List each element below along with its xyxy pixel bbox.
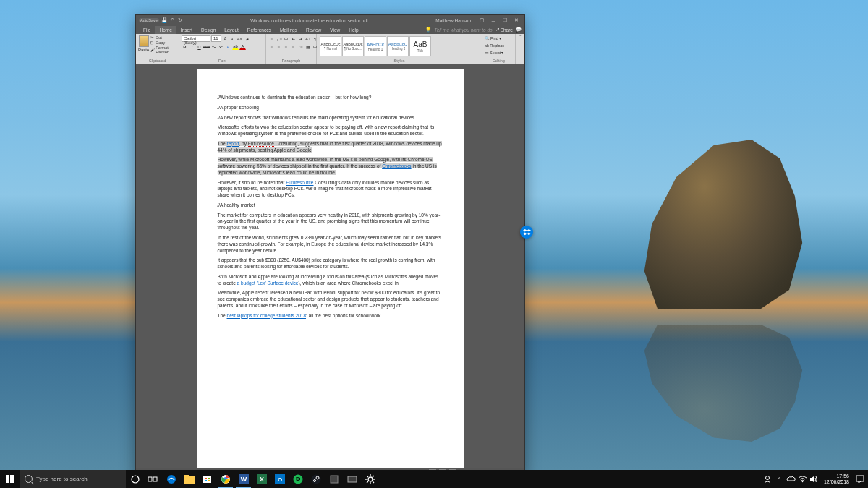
document-area[interactable]: //Windows continues to dominate the educ… — [136, 64, 524, 468]
multilevel-icon[interactable]: ⊟ — [283, 35, 289, 42]
hyperlink[interactable]: report — [227, 141, 239, 146]
format-painter-button[interactable]: 🖌Format Painter — [150, 46, 176, 54]
align-center-icon[interactable]: ≡ — [276, 43, 282, 50]
spellcheck-error[interactable]: Futuresouce — [248, 141, 274, 147]
paragraph[interactable]: In the rest of the world, shipments grew… — [218, 235, 443, 254]
font-color-icon[interactable]: A — [239, 43, 246, 50]
word-icon[interactable]: W — [234, 470, 252, 488]
style-option[interactable]: AaBbCcDc¶ Normal — [320, 36, 341, 56]
sort-icon[interactable]: A↓ — [305, 35, 311, 42]
bold-button[interactable]: B — [182, 43, 188, 50]
line-spacing-icon[interactable]: ↕≡ — [297, 43, 304, 50]
tab-insert[interactable]: Insert — [176, 26, 197, 34]
spotify-icon[interactable] — [289, 470, 307, 488]
find-button[interactable]: 🔍Find ▾ — [485, 35, 501, 41]
shrink-font-icon[interactable]: Aˇ — [229, 35, 236, 42]
ribbon-options-icon[interactable]: ▢ — [477, 16, 487, 25]
excel-icon[interactable]: X — [252, 470, 271, 488]
subscript-button[interactable]: x₂ — [210, 43, 217, 50]
select-button[interactable]: ▭Select ▾ — [485, 50, 503, 56]
superscript-button[interactable]: x² — [218, 43, 224, 50]
action-center-icon[interactable] — [854, 470, 865, 488]
people-icon[interactable] — [763, 474, 773, 484]
font-name-select[interactable]: Calibri (Body) — [182, 35, 210, 42]
volume-icon[interactable] — [809, 474, 819, 484]
align-left-icon[interactable]: ≡ — [268, 43, 275, 50]
tab-design[interactable]: Design — [197, 26, 220, 34]
onedrive-icon[interactable] — [786, 474, 796, 484]
paragraph[interactable]: Both Microsoft and Apple are looking at … — [218, 274, 443, 287]
style-option[interactable]: AaBbCcHeading 1 — [365, 36, 386, 56]
paragraph[interactable]: The best laptops for college students 20… — [218, 313, 443, 320]
paragraph[interactable]: //Windows continues to dominate the educ… — [218, 95, 443, 101]
shading-icon[interactable]: ▦ — [305, 43, 311, 50]
tab-help[interactable]: Help — [344, 26, 362, 34]
file-explorer-icon[interactable] — [180, 470, 198, 488]
strikethrough-button[interactable]: abc — [203, 43, 210, 50]
hyperlink[interactable]: Chromebooks — [382, 163, 411, 168]
paste-button[interactable]: Paste — [138, 35, 149, 52]
close-button[interactable]: ✕ — [511, 16, 522, 25]
autosave-toggle[interactable]: AutoSave — [139, 18, 159, 22]
outlook-icon[interactable]: O — [271, 470, 289, 488]
paragraph[interactable]: The market for computers in education ap… — [218, 213, 443, 231]
bullets-icon[interactable]: ≡ — [268, 35, 275, 42]
taskbar-search[interactable]: Type here to search — [20, 470, 126, 488]
cortana-icon[interactable] — [126, 470, 144, 488]
tray-chevron-icon[interactable]: ^ — [775, 474, 784, 484]
chrome-icon[interactable] — [216, 470, 234, 488]
change-case-icon[interactable]: Aa — [237, 35, 243, 42]
maximize-button[interactable]: ☐ — [500, 16, 510, 25]
app-icon[interactable] — [325, 470, 343, 488]
undo-icon[interactable]: ↶ — [169, 17, 175, 23]
grow-font-icon[interactable]: Â — [222, 35, 229, 42]
paragraph[interactable]: It appears that the sub $300 (£250, AU$4… — [218, 257, 443, 270]
minimize-button[interactable]: ─ — [488, 16, 498, 25]
tab-view[interactable]: View — [326, 26, 344, 34]
tab-mailings[interactable]: Mailings — [276, 26, 302, 34]
italic-button[interactable]: I — [189, 43, 195, 50]
taskbar-clock[interactable]: 17:5612/06/2018 — [821, 474, 852, 484]
paragraph[interactable]: //A healthy market — [218, 202, 443, 209]
highlight-icon[interactable]: ab — [232, 43, 239, 50]
hyperlink[interactable]: a budget 'Lex' Surface device — [237, 281, 299, 286]
paragraph[interactable]: //A new report shows that Windows remain… — [218, 115, 443, 121]
tell-me-search[interactable]: Tell me what you want to do — [434, 27, 492, 33]
hyperlink[interactable]: Futuresource — [286, 180, 313, 185]
steam-icon[interactable] — [307, 470, 325, 488]
tab-home[interactable]: Home — [155, 26, 176, 34]
tab-references[interactable]: References — [243, 26, 276, 34]
app-icon[interactable] — [343, 470, 361, 488]
redo-icon[interactable]: ↻ — [177, 17, 183, 23]
indent-icon[interactable]: ⇥ — [297, 35, 304, 42]
task-view-icon[interactable] — [144, 470, 162, 488]
hyperlink[interactable]: best laptops for college students 2018 — [227, 313, 307, 318]
document-page[interactable]: //Windows continues to dominate the educ… — [197, 69, 464, 468]
comments-icon[interactable]: 💬 — [516, 27, 522, 33]
align-right-icon[interactable]: ≡ — [283, 43, 289, 50]
edge-icon[interactable] — [162, 470, 180, 488]
share-button[interactable]: ↗ Share — [495, 27, 513, 33]
cut-button[interactable]: ✂Cut — [150, 35, 176, 40]
font-size-select[interactable]: 11 — [211, 35, 221, 42]
user-name[interactable]: Matthew Hanson — [435, 18, 471, 23]
numbering-icon[interactable]: ⋮≡ — [276, 35, 282, 42]
style-option[interactable]: AaBbCcCHeading 2 — [387, 36, 409, 56]
text-effects-icon[interactable]: A — [225, 43, 231, 50]
paragraph[interactable]: Microsoft's efforts to woo the education… — [218, 124, 443, 137]
wifi-icon[interactable] — [798, 474, 807, 484]
settings-icon[interactable] — [361, 470, 379, 488]
copy-button[interactable]: ⎘Copy — [150, 40, 176, 45]
collapse-ribbon-icon[interactable]: ^ — [516, 34, 524, 64]
justify-icon[interactable]: ≡ — [290, 43, 297, 50]
paragraph[interactable]: However, it should be noted that Futures… — [218, 180, 443, 199]
dropbox-badge[interactable] — [520, 226, 533, 239]
underline-button[interactable]: U — [196, 43, 203, 50]
replace-button[interactable]: abReplace — [485, 43, 504, 48]
tab-file[interactable]: File — [139, 26, 155, 34]
paragraph[interactable]: //A proper schooling — [218, 105, 443, 111]
microsoft-store-icon[interactable] — [198, 470, 216, 488]
paragraph[interactable]: Meanwhile, Apple recent released a new i… — [218, 290, 443, 309]
tab-review[interactable]: Review — [302, 26, 326, 34]
clear-format-icon[interactable]: A̷ — [244, 35, 250, 42]
